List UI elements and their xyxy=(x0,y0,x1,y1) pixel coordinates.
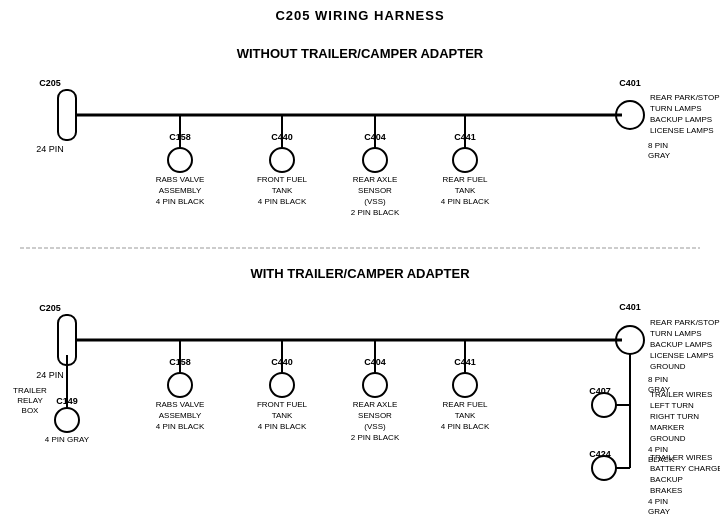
svg-text:C440: C440 xyxy=(271,357,293,367)
svg-point-72 xyxy=(592,456,616,480)
svg-text:BACKUP LAMPS: BACKUP LAMPS xyxy=(650,340,712,349)
svg-text:4 PIN: 4 PIN xyxy=(648,497,668,506)
wiring-diagram: WITHOUT TRAILER/CAMPER ADAPTER C205 24 P… xyxy=(0,0,720,517)
svg-text:2 PIN BLACK: 2 PIN BLACK xyxy=(351,208,400,217)
svg-text:RELAY: RELAY xyxy=(17,396,43,405)
svg-text:8 PIN: 8 PIN xyxy=(648,375,668,384)
svg-text:4 PIN GRAY: 4 PIN GRAY xyxy=(45,435,90,444)
svg-text:REAR AXLE: REAR AXLE xyxy=(353,400,397,409)
svg-text:TANK: TANK xyxy=(455,411,476,420)
svg-rect-2 xyxy=(58,90,76,140)
svg-text:TANK: TANK xyxy=(272,186,293,195)
svg-text:SENSOR: SENSOR xyxy=(358,411,392,420)
svg-point-81 xyxy=(168,373,192,397)
svg-point-26 xyxy=(363,148,387,172)
svg-text:FRONT FUEL: FRONT FUEL xyxy=(257,175,308,184)
svg-text:BATTERY CHARGE: BATTERY CHARGE xyxy=(650,464,720,473)
svg-point-87 xyxy=(270,373,294,397)
svg-text:GRAY: GRAY xyxy=(648,507,671,516)
svg-text:GROUND: GROUND xyxy=(650,434,686,443)
svg-text:GRAY: GRAY xyxy=(648,151,671,160)
svg-text:TURN LAMPS: TURN LAMPS xyxy=(650,104,702,113)
svg-text:RIGHT TURN: RIGHT TURN xyxy=(650,412,699,421)
svg-text:LEFT TURN: LEFT TURN xyxy=(650,401,694,410)
svg-text:WITHOUT  TRAILER/CAMPER  ADAPT: WITHOUT TRAILER/CAMPER ADAPTER xyxy=(237,46,484,61)
svg-text:4 PIN BLACK: 4 PIN BLACK xyxy=(258,422,307,431)
svg-text:C149: C149 xyxy=(56,396,78,406)
svg-point-14 xyxy=(168,148,192,172)
svg-text:BRAKES: BRAKES xyxy=(650,486,682,495)
svg-text:REAR PARK/STOP: REAR PARK/STOP xyxy=(650,93,720,102)
svg-text:(VSS): (VSS) xyxy=(364,422,386,431)
svg-point-62 xyxy=(592,393,616,417)
svg-text:C158: C158 xyxy=(169,132,191,142)
svg-point-48 xyxy=(55,408,79,432)
svg-text:4 PIN BLACK: 4 PIN BLACK xyxy=(258,197,307,206)
svg-text:C407: C407 xyxy=(589,386,611,396)
svg-text:ASSEMBLY: ASSEMBLY xyxy=(159,411,202,420)
svg-text:C205: C205 xyxy=(39,78,61,88)
svg-text:C404: C404 xyxy=(364,132,386,142)
svg-text:C441: C441 xyxy=(454,132,476,142)
svg-text:TRAILER WIRES: TRAILER WIRES xyxy=(650,390,712,399)
svg-point-93 xyxy=(363,373,387,397)
svg-text:C205: C205 xyxy=(39,303,61,313)
svg-text:BACKUP: BACKUP xyxy=(650,475,683,484)
svg-point-33 xyxy=(453,148,477,172)
svg-text:C158: C158 xyxy=(169,357,191,367)
svg-text:2 PIN BLACK: 2 PIN BLACK xyxy=(351,433,400,442)
svg-text:TURN LAMPS: TURN LAMPS xyxy=(650,329,702,338)
svg-text:FRONT FUEL: FRONT FUEL xyxy=(257,400,308,409)
svg-text:C401: C401 xyxy=(619,302,641,312)
svg-text:TANK: TANK xyxy=(272,411,293,420)
svg-text:TRAILER WIRES: TRAILER WIRES xyxy=(650,453,712,462)
svg-text:TANK: TANK xyxy=(455,186,476,195)
svg-text:C440: C440 xyxy=(271,132,293,142)
svg-text:LICENSE LAMPS: LICENSE LAMPS xyxy=(650,126,714,135)
svg-text:C441: C441 xyxy=(454,357,476,367)
svg-text:4 PIN BLACK: 4 PIN BLACK xyxy=(441,197,490,206)
svg-point-20 xyxy=(270,148,294,172)
svg-text:(VSS): (VSS) xyxy=(364,197,386,206)
svg-point-100 xyxy=(453,373,477,397)
svg-text:C424: C424 xyxy=(589,449,611,459)
svg-text:RABS VALVE: RABS VALVE xyxy=(156,175,205,184)
svg-text:RABS VALVE: RABS VALVE xyxy=(156,400,205,409)
svg-text:BOX: BOX xyxy=(22,406,40,415)
svg-text:4 PIN BLACK: 4 PIN BLACK xyxy=(156,422,205,431)
svg-text:8 PIN: 8 PIN xyxy=(648,141,668,150)
svg-text:24 PIN: 24 PIN xyxy=(36,370,64,380)
svg-text:GROUND: GROUND xyxy=(650,362,686,371)
svg-text:LICENSE LAMPS: LICENSE LAMPS xyxy=(650,351,714,360)
svg-text:REAR AXLE: REAR AXLE xyxy=(353,175,397,184)
svg-text:4 PIN BLACK: 4 PIN BLACK xyxy=(156,197,205,206)
svg-text:TRAILER: TRAILER xyxy=(13,386,47,395)
svg-text:SENSOR: SENSOR xyxy=(358,186,392,195)
svg-text:REAR FUEL: REAR FUEL xyxy=(443,400,488,409)
svg-text:C401: C401 xyxy=(619,78,641,88)
svg-text:ASSEMBLY: ASSEMBLY xyxy=(159,186,202,195)
svg-text:REAR FUEL: REAR FUEL xyxy=(443,175,488,184)
svg-text:24 PIN: 24 PIN xyxy=(36,144,64,154)
diagram-container: C205 WIRING HARNESS WITHOUT TRAILER/CAMP… xyxy=(0,0,720,517)
svg-text:REAR PARK/STOP: REAR PARK/STOP xyxy=(650,318,720,327)
svg-text:MARKER: MARKER xyxy=(650,423,684,432)
svg-text:4 PIN BLACK: 4 PIN BLACK xyxy=(441,422,490,431)
svg-text:C404: C404 xyxy=(364,357,386,367)
svg-text:WITH  TRAILER/CAMPER  ADAPTER: WITH TRAILER/CAMPER ADAPTER xyxy=(250,266,470,281)
svg-text:BACKUP LAMPS: BACKUP LAMPS xyxy=(650,115,712,124)
